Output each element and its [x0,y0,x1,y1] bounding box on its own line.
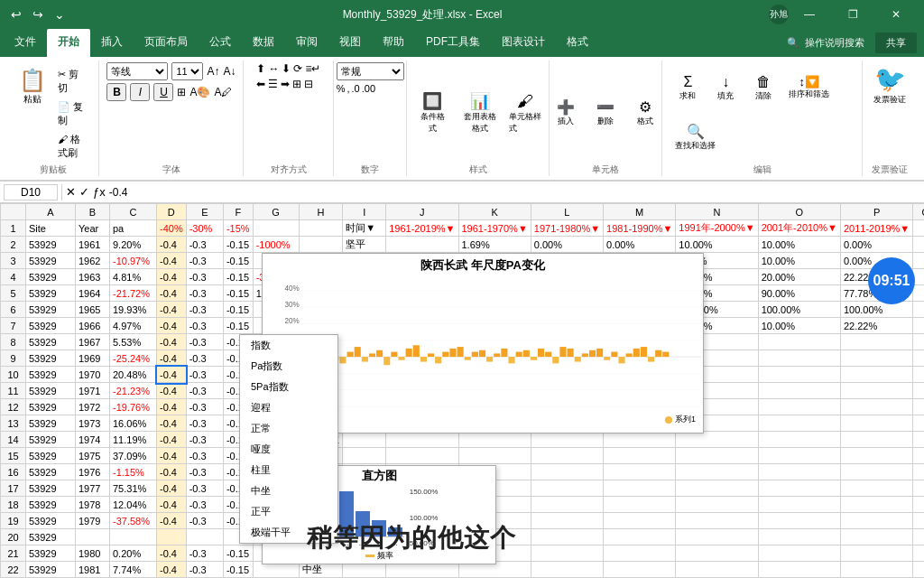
cell[interactable]: 1961-1970%▼ [458,220,531,237]
cell[interactable]: 53929 [26,562,76,578]
col-header-N[interactable]: N [676,204,758,220]
cell[interactable] [604,464,676,480]
tab-review[interactable]: 审阅 [285,29,328,57]
cell[interactable]: 53929 [26,334,76,350]
cell[interactable]: -0.4 [157,253,187,269]
cell[interactable]: 9.20% [110,237,157,253]
cell[interactable] [676,529,758,545]
cell[interactable] [299,220,343,237]
cell[interactable] [676,562,758,578]
cell[interactable] [913,253,924,269]
cell[interactable]: -0.15 [223,269,253,285]
format-cell-button[interactable]: ⚙格式 [627,95,663,131]
cell[interactable]: -0.3 [186,464,223,480]
redo-button[interactable]: ↪ [29,5,47,23]
cell[interactable] [604,497,676,513]
dropdown-item-迎程[interactable]: 迎程 [240,397,337,418]
cell[interactable] [758,448,840,464]
cell[interactable] [840,545,912,562]
cell[interactable]: -0.3 [186,285,223,302]
cell[interactable]: -0.4 [157,464,187,480]
cell[interactable] [913,432,924,448]
cell[interactable] [531,562,603,578]
cell[interactable] [758,513,840,529]
cell[interactable] [840,432,912,448]
cell[interactable]: -30% [186,220,223,237]
col-header-E[interactable]: E [186,204,223,220]
cell[interactable] [676,448,758,464]
conditional-format-button[interactable]: 🔲 条件格式 [414,88,451,138]
cell[interactable]: 1961 [76,237,110,253]
increase-font-button[interactable]: A↑ [207,65,219,78]
cell[interactable]: -0.3 [186,237,223,253]
cell[interactable] [913,480,924,497]
cell[interactable]: 90.00% [758,285,840,302]
italic-button[interactable]: I [130,83,150,101]
cell[interactable] [676,545,758,562]
sum-button[interactable]: Σ求和 [670,70,706,106]
tab-format[interactable]: 格式 [556,29,599,57]
cell[interactable]: -0.3 [186,448,223,464]
cell[interactable] [386,237,458,253]
cell[interactable]: -0.4 [157,302,187,318]
cell[interactable]: 53929 [26,432,76,448]
cell[interactable]: 0.00% [531,237,603,253]
dropdown-item-正平[interactable]: 正平 [240,501,337,522]
cell[interactable] [913,237,924,253]
cell-reference-input[interactable]: D10 [4,184,58,200]
cell[interactable]: 12.04% [110,497,157,513]
cell[interactable]: 11.19% [110,432,157,448]
text-direction-button[interactable]: ⟳ [293,62,302,75]
cell[interactable] [840,497,912,513]
cell[interactable] [531,529,603,545]
cell[interactable] [840,480,912,497]
cell[interactable]: 1966 [76,318,110,334]
cell[interactable] [604,432,676,448]
cell[interactable]: -0.15 [223,253,253,269]
cell[interactable] [531,513,603,529]
cell[interactable]: 1964 [76,285,110,302]
cell[interactable] [758,399,840,415]
col-header-J[interactable]: J [386,204,458,220]
align-middle-button[interactable]: ↔ [268,62,279,75]
cell[interactable]: 20.00% [758,269,840,285]
cell[interactable]: -0.4 [157,237,187,253]
col-header-O[interactable]: O [758,204,840,220]
font-family-select[interactable]: 等线 [106,62,168,80]
cell[interactable] [913,545,924,562]
align-top-button[interactable]: ⬆ [256,62,265,75]
indent-decrease-button[interactable]: ⊞ [292,78,301,90]
cell[interactable] [840,415,912,432]
cell[interactable] [531,480,603,497]
cell[interactable]: -0.15 [223,545,253,562]
find-select-button[interactable]: 🔍查找和选择 [670,119,721,155]
col-header-M[interactable]: M [604,204,676,220]
tab-pdf[interactable]: PDF工具集 [415,29,491,57]
cell[interactable]: 0.20% [110,545,157,562]
cell[interactable]: -0.4 [157,334,187,350]
cell[interactable]: -25.24% [110,350,157,367]
align-right-button[interactable]: ➡ [281,78,290,90]
thousand-sep-button[interactable]: , [346,83,349,94]
cell[interactable]: 1965 [76,302,110,318]
cell[interactable]: 4.81% [110,269,157,285]
cell[interactable] [913,497,924,513]
cell[interactable]: 75.31% [110,480,157,497]
align-bottom-button[interactable]: ⬇ [282,62,291,75]
cell[interactable]: 1969 [76,350,110,367]
cell[interactable] [758,464,840,480]
cell[interactable] [758,480,840,497]
cell[interactable] [840,464,912,480]
cell[interactable] [913,367,924,383]
cell[interactable] [758,529,840,545]
col-header-C[interactable]: C [110,204,157,220]
cell[interactable] [758,432,840,448]
cell[interactable] [913,220,924,237]
cell[interactable]: 10.00% [758,237,840,253]
cell[interactable]: 1961-2019%▼ [386,220,458,237]
cell[interactable]: 1973 [76,415,110,432]
cell[interactable] [913,464,924,480]
cell[interactable]: 4.97% [110,318,157,334]
cell[interactable]: 53929 [26,302,76,318]
cell[interactable]: -0.4 [157,318,187,334]
